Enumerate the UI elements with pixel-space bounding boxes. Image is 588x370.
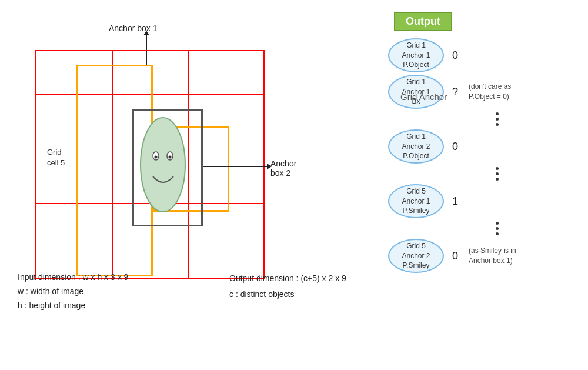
dots-3: [412, 221, 582, 236]
output-header: Output: [394, 12, 452, 31]
grid-anchor-label: Grid Anchor: [400, 91, 447, 103]
output-row-5: Grid 5 Anchor 2 P.Smiley 0 (as Smiley is…: [382, 239, 582, 273]
oval-grid5-anchor2-psmiley: Grid 5 Anchor 2 P.Smiley: [388, 239, 444, 273]
arrow-right: [203, 166, 268, 167]
output-panel: Output Grid 1 Anchor 1 P.Object 0 Grid 1…: [382, 12, 582, 275]
input-dim-line1: Input dimension : w x h x 3 x 9: [18, 271, 128, 285]
grid-diagram: Anchor box 1 Grid cell 5 Anchor: [18, 18, 300, 271]
dots-1: [412, 111, 582, 127]
oval-grid5-anchor1-psmiley: Grid 5 Anchor 1 P.Smiley: [388, 184, 444, 218]
output-dim-line2: c : distinct objects: [229, 286, 346, 302]
output-value-3: 0: [452, 141, 464, 153]
output-row-3: Grid 1 Anchor 2 P.Object 0: [382, 129, 582, 164]
grid-cell5-label: Grid cell 5: [47, 147, 65, 168]
output-note-2: (don't care asP.Object = 0): [469, 82, 511, 102]
output-value-1: 0: [452, 49, 464, 62]
output-row-1: Grid 1 Anchor 1 P.Object 0: [382, 38, 582, 72]
output-value-2: ?: [452, 86, 464, 98]
output-dimension-text: Output dimension : (c+5) x 2 x 9 c : dis…: [229, 271, 346, 302]
svg-point-4: [169, 156, 172, 159]
smiley-face: [138, 115, 188, 215]
dots-2: [412, 166, 582, 182]
output-value-5: 0: [452, 250, 464, 262]
output-dim-line1: Output dimension : (c+5) x 2 x 9: [229, 271, 346, 286]
anchor-box1-label: Anchor box 1: [109, 24, 158, 33]
output-row-4: Grid 5 Anchor 1 P.Smiley 1: [382, 184, 582, 218]
input-dimension-text: Input dimension : w x h x 3 x 9 w : widt…: [18, 271, 128, 312]
svg-point-0: [141, 118, 185, 212]
oval-grid1-anchor1-pobject: Grid 1 Anchor 1 P.Object: [388, 38, 444, 72]
output-value-4: 1: [452, 195, 464, 208]
anchor-box2-label: Anchor box 2: [270, 159, 300, 178]
output-note-5: (as Smiley is inAnchor box 1): [469, 246, 516, 266]
input-dim-line3: h : height of image: [18, 299, 128, 313]
input-dim-line2: w : width of image: [18, 285, 128, 299]
svg-point-3: [155, 156, 158, 159]
oval-grid1-anchor2-pobject: Grid 1 Anchor 2 P.Object: [388, 129, 444, 164]
